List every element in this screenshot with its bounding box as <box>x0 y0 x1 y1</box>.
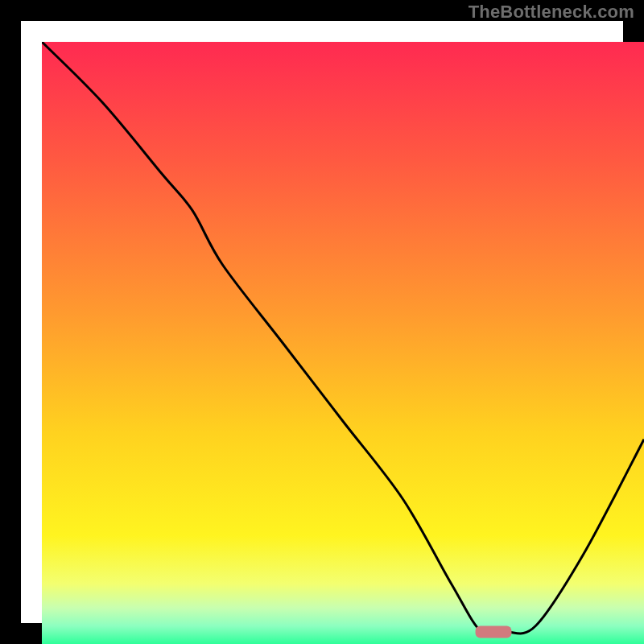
plot-area <box>42 42 644 644</box>
chart-frame <box>0 0 644 644</box>
optimal-marker <box>476 626 512 638</box>
bottleneck-chart <box>42 42 644 644</box>
gradient-background <box>42 42 644 644</box>
watermark-text: TheBottleneck.com <box>469 2 634 23</box>
